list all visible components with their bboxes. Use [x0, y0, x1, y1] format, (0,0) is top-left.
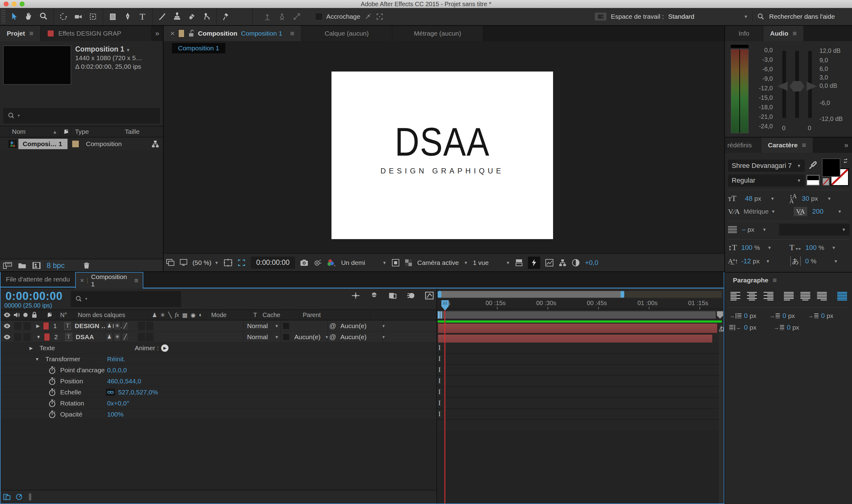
work-area-bar[interactable] [438, 311, 716, 319]
transparency-grid-icon[interactable] [404, 259, 413, 267]
property-row-position[interactable]: Position 460,0,544,0 [1, 376, 436, 387]
layer-color-swatch[interactable] [43, 322, 49, 330]
space-before-field[interactable]: 0px [821, 312, 833, 320]
panel-menu-icon[interactable]: ≡ [802, 141, 806, 149]
vertical-scale-select[interactable]: 100%▼ [741, 244, 772, 252]
timeline-search-field[interactable]: ▼ [71, 291, 181, 307]
minimize-window-button[interactable] [12, 2, 17, 6]
column-number[interactable]: N° [60, 311, 67, 319]
motion-blur-toggle-icon[interactable] [406, 291, 416, 300]
channels-icon[interactable] [327, 258, 336, 267]
collapse-group-arrow[interactable]: ▼ [35, 357, 39, 361]
pickwhip-icon[interactable]: @ [329, 333, 336, 341]
show-snapshot-icon[interactable] [313, 259, 322, 267]
preserve-transparency-checkbox[interactable] [283, 334, 289, 340]
property-label[interactable]: Point d'ancrage [60, 366, 105, 374]
tab-composition-viewer[interactable]: × Composition Composition 1 ≡ [164, 26, 302, 41]
property-value[interactable]: 100% [107, 411, 124, 418]
tab-audio[interactable]: Audio≡ [763, 26, 804, 41]
expand-transfer-controls-icon[interactable] [15, 493, 23, 501]
audio-toggle[interactable] [14, 322, 21, 330]
animer-menu-button[interactable]: ▶ [161, 344, 168, 352]
fx-switch[interactable] [138, 333, 145, 341]
swap-fill-stroke-icon[interactable] [842, 157, 850, 164]
column-taille[interactable]: Taille [125, 128, 140, 136]
stroke-width-select[interactable]: –px▼ [742, 226, 766, 234]
tsume-select[interactable]: 0%▼ [805, 257, 838, 265]
property-value[interactable]: 0x+0,0° [107, 400, 129, 407]
rotation-tool-button[interactable] [56, 10, 71, 23]
tag-icon[interactable] [62, 128, 70, 136]
tab-render-queue[interactable]: File d'attente de rendu [1, 272, 75, 288]
tab-info[interactable]: Info [725, 26, 763, 41]
tracking-select[interactable]: 200▼ [812, 208, 842, 215]
lock-open-icon[interactable] [188, 30, 194, 37]
snap-cursor-icon[interactable] [364, 13, 372, 21]
shy-switch[interactable]: ♟ [106, 322, 113, 330]
blur-switch[interactable] [146, 333, 153, 341]
project-comp-title[interactable]: Composition 1 ▼ [75, 45, 142, 54]
value-ibeam[interactable]: I [438, 355, 441, 362]
panel-menu-icon[interactable]: ≡ [30, 30, 34, 38]
preserve-transparency-checkbox[interactable] [283, 323, 289, 329]
value-ibeam[interactable]: I [438, 388, 441, 395]
layer-name[interactable]: DSAA [76, 334, 94, 341]
property-value[interactable]: 460,0,544,0 [107, 378, 141, 385]
always-preview-icon[interactable] [166, 259, 175, 267]
property-value[interactable]: 527,0,527,0% [118, 389, 158, 396]
eye-toggle[interactable] [3, 334, 11, 340]
local-axis-mode-button[interactable] [260, 10, 275, 23]
justify-last-center-button[interactable] [800, 292, 810, 301]
bit-depth-button[interactable]: 8 bpc [47, 261, 65, 270]
playhead-line[interactable] [445, 310, 445, 504]
stopwatch-icon[interactable] [49, 388, 56, 396]
value-ibeam[interactable]: I [438, 399, 441, 407]
new-folder-icon[interactable] [18, 262, 26, 269]
paragraph-panel-title[interactable]: Paragraphe [733, 276, 768, 284]
stroke-style-select[interactable]: ▼ [779, 224, 850, 235]
property-label[interactable]: Opacité [60, 411, 82, 418]
shape-tool-button[interactable] [106, 10, 120, 23]
value-ibeam[interactable]: I [438, 410, 441, 417]
frame-blend-toggle-icon[interactable] [387, 291, 398, 300]
value-ibeam[interactable]: I [438, 377, 441, 384]
expand-layer-switches-icon[interactable] [3, 493, 11, 501]
font-size-select[interactable]: 48px▼ [745, 195, 775, 202]
project-search-field[interactable]: ▼ [3, 108, 160, 123]
flowchart-icon[interactable] [151, 140, 159, 148]
space-after-field[interactable]: 0px [786, 324, 799, 331]
solo-toggle[interactable] [23, 322, 31, 330]
shy-toggle-icon[interactable] [369, 291, 379, 300]
hand-tool-button[interactable] [21, 10, 36, 23]
stopwatch-icon[interactable] [49, 377, 56, 385]
panel-menu-icon[interactable]: ≡ [134, 276, 139, 285]
composition-mini-flowchart-icon[interactable] [350, 291, 361, 300]
first-line-indent-field[interactable]: 0px [782, 312, 795, 320]
track-right-rail[interactable] [719, 323, 724, 504]
resolution-select[interactable]: Un demi▼ [341, 259, 386, 266]
audio-right-handle[interactable] [806, 82, 817, 91]
parent-select[interactable]: Aucun(e)▼ [340, 334, 385, 341]
view-count-select[interactable]: 1 vue▼ [473, 259, 510, 266]
view-axis-mode-button[interactable] [289, 10, 304, 23]
panel-menu-icon[interactable]: ≡ [773, 276, 777, 285]
pan-behind-tool-button[interactable] [86, 10, 101, 23]
audio-center-handle[interactable] [790, 81, 804, 91]
font-family-select[interactable]: Shree Devanagari 7▼ [728, 160, 805, 172]
camera-select[interactable]: Caméra active▼ [417, 259, 468, 266]
property-label[interactable]: Rotation [60, 400, 84, 407]
reset-link[interactable]: Réinit. [107, 356, 126, 363]
target-region-icon[interactable] [392, 259, 400, 267]
tab-projet[interactable]: Projet ≡ [0, 26, 40, 41]
toolbar-grip[interactable] [1, 10, 5, 23]
timeline-graph-icon[interactable] [545, 259, 554, 267]
collapse-switch[interactable]: ✳ [113, 333, 121, 341]
region-of-interest-icon[interactable] [237, 259, 246, 267]
blend-mode-select[interactable]: Normal▼ [247, 334, 279, 341]
blend-mode-select[interactable]: Normal▼ [247, 322, 279, 330]
indent-right-field[interactable]: 0px [744, 324, 756, 331]
close-window-button[interactable] [4, 2, 8, 6]
vu-meter[interactable] [731, 49, 748, 133]
time-ruler[interactable]: 0s 00 :15s 00 :30s 00 :45s 01 :00s 01 :1… [437, 299, 724, 309]
property-row-rotation[interactable]: Rotation 0x+0,0° [1, 398, 436, 409]
